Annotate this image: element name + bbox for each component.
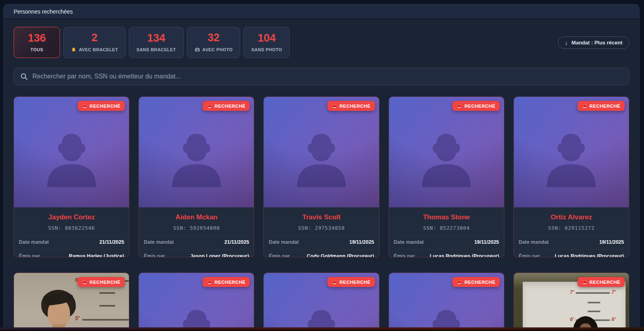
filter-count: 2	[91, 32, 97, 43]
warrant-date-value: 21/11/2025	[225, 239, 249, 245]
status-badge-label: RECHERCHÉ	[590, 104, 620, 108]
height-line	[576, 292, 610, 294]
status-badge-label: RECHERCHÉ	[215, 280, 245, 285]
issuer-row: Émis par Ramus Harley (Justice)	[19, 249, 124, 257]
wanted-card[interactable]: RECHERCHÉ	[138, 273, 254, 331]
status-badge: RECHERCHÉ	[203, 277, 250, 287]
filter-count: 134	[147, 33, 165, 44]
card-body: Jayden Cortez SSN: 883622546 Date mandat…	[14, 207, 129, 257]
card-photo-placeholder: RECHERCHÉ	[389, 97, 504, 207]
search-bar	[14, 68, 629, 85]
issuer-row: Émis par Cody Goldmann (Procureur)	[269, 249, 374, 257]
card-photo-placeholder: RECHERCHÉ	[264, 273, 379, 331]
warrant-date-row: Date mandat 19/11/2025	[394, 235, 499, 245]
card-body: Ortiz Alvarez SSN: 629115272 Date mandat…	[514, 207, 629, 257]
status-badge: RECHERCHÉ	[78, 101, 125, 111]
wanted-card[interactable]: RECHERCHÉ	[263, 273, 379, 331]
issuer-label: Émis par	[144, 253, 165, 257]
filter-count: 104	[258, 33, 276, 44]
page-title: Personnes recherchées	[14, 8, 73, 15]
filter-chip-sans-photo[interactable]: 104 SANS PHOTO	[243, 27, 290, 58]
height-line	[99, 292, 115, 294]
filter-label: AVEC PHOTO	[203, 47, 233, 52]
warrant-date-value: 19/11/2025	[599, 239, 624, 245]
height-line	[82, 319, 129, 321]
filter-label: SANS BRACELET	[136, 47, 176, 52]
warrant-date-label: Date mandat	[394, 239, 424, 245]
filter-chip-avec-bracelet[interactable]: 2 AVEC BRACELET	[63, 27, 126, 58]
status-badge: RECHERCHÉ	[452, 277, 500, 287]
ssn-value: 297534858	[315, 225, 345, 231]
ssn-value: 852273804	[440, 225, 470, 231]
filter-count: 136	[28, 33, 46, 44]
siren-icon	[582, 103, 587, 108]
status-badge: RECHERCHÉ	[327, 277, 375, 287]
status-badge-label: RECHERCHÉ	[464, 104, 495, 108]
wanted-card[interactable]: 7' 7' 6' 6'	[514, 273, 629, 331]
status-badge: RECHERCHÉ	[578, 277, 625, 287]
wanted-card[interactable]: RECHERCHÉ Aiden Mckan SSN: 592054808 Dat…	[138, 96, 254, 257]
filter-chip-sans-bracelet[interactable]: 134 SANS BRACELET	[129, 27, 184, 58]
wanted-card[interactable]: RECHERCHÉ Ortiz Alvarez SSN: 629115272 D…	[514, 96, 629, 257]
ssn-prefix: SSN:	[423, 225, 436, 231]
camera-icon	[195, 47, 200, 52]
ssn-prefix: SSN:	[173, 225, 186, 231]
warrant-date-row: Date mandat 19/11/2025	[519, 235, 624, 245]
photo-vignette	[139, 97, 254, 207]
wanted-card[interactable]: RECHERCHÉ Travis Scolt SSN: 297534858 Da…	[263, 96, 379, 257]
siren-icon	[332, 279, 337, 285]
wanted-persons-panel: Personnes recherchées 136 TOUS 2 AVEC BR…	[3, 4, 640, 331]
photo-vignette	[264, 97, 379, 207]
height-line	[99, 305, 115, 307]
siren-icon	[332, 103, 337, 108]
card-body: Aiden Mckan SSN: 592054808 Date mandat 2…	[139, 207, 254, 257]
status-badge-label: RECHERCHÉ	[215, 104, 245, 108]
filter-label: SANS PHOTO	[251, 47, 282, 52]
status-badge-label: RECHERCHÉ	[90, 104, 120, 108]
warrant-date-row: Date mandat 19/11/2025	[269, 235, 374, 245]
person-ssn: SSN: 297534858	[269, 225, 374, 231]
warrant-date-row: Date mandat 21/11/2025	[19, 235, 124, 245]
card-photo-placeholder: RECHERCHÉ	[139, 97, 254, 207]
filter-label-row: SANS BRACELET	[136, 47, 176, 52]
bottom-scene-band	[0, 327, 644, 331]
siren-icon	[582, 279, 587, 285]
person-name: Ortiz Alvarez	[519, 213, 624, 221]
ssn-prefix: SSN:	[548, 225, 561, 231]
wanted-card[interactable]: RECHERCHÉ Jayden Cortez SSN: 883622546 D…	[14, 96, 129, 257]
wanted-card[interactable]: 6' 5'	[14, 273, 129, 331]
issuer-value: Cody Goldmann (Procureur)	[307, 253, 374, 257]
issuer-value: Ramus Harley (Justice)	[69, 253, 124, 257]
person-ssn: SSN: 592054808	[144, 225, 249, 231]
sort-label: Mandat : Plus récent	[572, 40, 622, 46]
ssn-value: 883622546	[65, 225, 95, 231]
wanted-card[interactable]: RECHERCHÉ Thomas Stone SSN: 852273804 Da…	[389, 96, 504, 257]
card-photo-mugshot: 7' 7' 6' 6'	[514, 273, 629, 331]
status-badge-label: RECHERCHÉ	[464, 280, 495, 285]
filter-label: AVEC BRACELET	[79, 47, 118, 52]
status-badge-label: RECHERCHÉ	[339, 104, 370, 108]
height-line	[588, 302, 600, 303]
issuer-value: Jason Lopez (Procureur)	[190, 253, 249, 257]
status-badge: RECHERCHÉ	[578, 101, 625, 111]
siren-icon	[207, 103, 212, 108]
issuer-value: Lucas Rodrigues (Procureur)	[430, 253, 499, 257]
card-photo-placeholder: RECHERCHÉ	[389, 273, 504, 331]
height-mark: 6'	[570, 316, 574, 322]
height-mark: 7'	[612, 289, 616, 295]
filter-label-row: TOUS	[30, 47, 43, 52]
status-badge: RECHERCHÉ	[203, 101, 250, 111]
wanted-card[interactable]: RECHERCHÉ	[389, 273, 504, 331]
filter-chip-avec-photo[interactable]: 32 AVEC PHOTO	[187, 27, 241, 58]
search-input[interactable]	[14, 68, 629, 85]
siren-icon	[82, 279, 87, 285]
warrant-date-label: Date mandat	[144, 239, 174, 245]
filter-chip-tous[interactable]: 136 TOUS	[14, 27, 60, 58]
issuer-row: Émis par Jason Lopez (Procureur)	[144, 249, 249, 257]
ssn-prefix: SSN:	[298, 225, 311, 231]
status-badge: RECHERCHÉ	[452, 101, 500, 111]
height-mark: 7'	[570, 289, 574, 295]
warrant-date-row: Date mandat 21/11/2025	[144, 235, 249, 245]
sort-button[interactable]: ↓ Mandat : Plus récent	[558, 36, 629, 49]
person-ssn: SSN: 629115272	[519, 225, 624, 231]
